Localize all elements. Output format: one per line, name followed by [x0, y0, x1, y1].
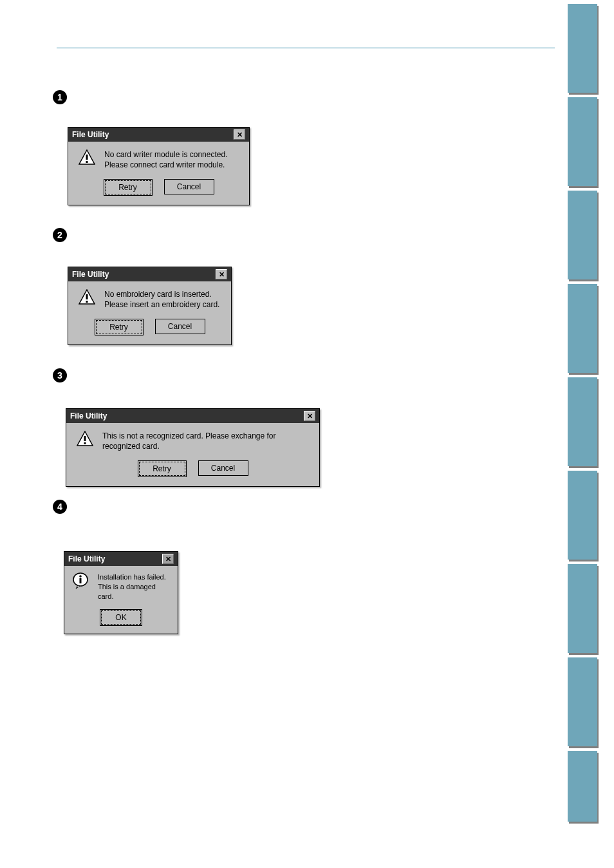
close-icon: ✕ — [162, 554, 174, 564]
dialog-1: File Utility ✕ No card writer module is … — [68, 127, 250, 205]
dialog-message: Installation has failed. This is a damag… — [98, 572, 170, 601]
svg-rect-11 — [80, 578, 82, 583]
svg-rect-4 — [86, 294, 88, 299]
dialog-title: File Utility — [72, 270, 109, 279]
retry-button[interactable]: Retry — [139, 462, 185, 476]
dialog-3: File Utility ✕ This is not a recognized … — [66, 408, 320, 487]
svg-point-10 — [79, 575, 82, 578]
divider-line — [57, 48, 555, 48]
dialog-4: File Utility ✕ Installation has failed. … — [64, 551, 178, 634]
close-icon[interactable]: ✕ — [216, 269, 227, 279]
side-tab — [568, 377, 597, 466]
bullet-1: 1 — [53, 90, 67, 104]
dialog-message: No embroidery card is inserted. Please i… — [104, 289, 219, 310]
svg-rect-1 — [86, 155, 88, 160]
side-tab — [568, 471, 597, 560]
dialog-message: This is not a recognized card. Please ex… — [102, 431, 309, 451]
side-tab — [568, 564, 597, 653]
dialog-title: File Utility — [70, 411, 107, 420]
side-tab — [568, 191, 597, 279]
bullet-3: 3 — [53, 368, 67, 382]
retry-button[interactable]: Retry — [105, 180, 151, 194]
cancel-button[interactable]: Cancel — [164, 179, 214, 194]
cancel-button[interactable]: Cancel — [198, 460, 248, 476]
warning-icon — [79, 149, 95, 165]
side-tab — [568, 4, 597, 93]
dialog-titlebar: File Utility ✕ — [68, 127, 249, 142]
side-tab — [568, 97, 597, 186]
dialog-message: No card writer module is connected. Plea… — [104, 149, 227, 170]
side-tab — [568, 751, 597, 822]
dialog-2: File Utility ✕ No embroidery card is ins… — [68, 267, 232, 345]
svg-rect-5 — [86, 301, 88, 303]
bullet-4: 4 — [53, 500, 67, 514]
cancel-button[interactable]: Cancel — [155, 319, 205, 334]
warning-icon — [77, 431, 93, 446]
svg-rect-7 — [84, 436, 86, 441]
dialog-titlebar: File Utility ✕ — [64, 552, 178, 566]
info-icon — [72, 572, 89, 589]
dialog-title: File Utility — [72, 130, 109, 139]
retry-button[interactable]: Retry — [96, 320, 142, 334]
side-tab — [568, 657, 597, 746]
dialog-titlebar: File Utility ✕ — [68, 267, 231, 281]
warning-icon — [79, 289, 95, 305]
dialog-titlebar: File Utility ✕ — [66, 409, 319, 423]
bullet-2: 2 — [53, 228, 67, 242]
ok-button[interactable]: OK — [101, 610, 141, 625]
dialog-title: File Utility — [68, 554, 105, 563]
close-icon[interactable]: ✕ — [234, 129, 245, 140]
svg-rect-2 — [86, 161, 88, 163]
close-icon[interactable]: ✕ — [304, 411, 315, 421]
side-tab — [568, 284, 597, 373]
svg-rect-8 — [84, 442, 86, 444]
